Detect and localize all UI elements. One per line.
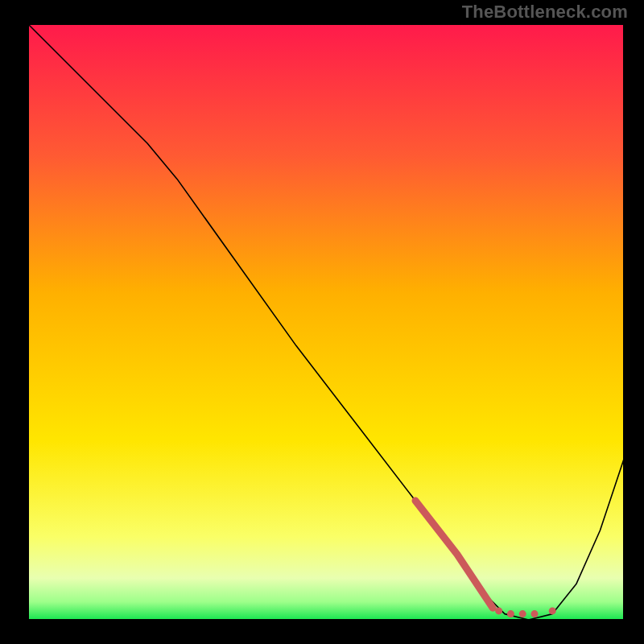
highlight-dot [531, 610, 539, 617]
highlight-dot [495, 607, 502, 614]
watermark-label: TheBottleneck.com [462, 2, 628, 23]
highlight-dot [519, 610, 526, 617]
highlight-dot [549, 607, 556, 614]
highlight-dot [507, 610, 514, 617]
chart-canvas [0, 0, 644, 644]
